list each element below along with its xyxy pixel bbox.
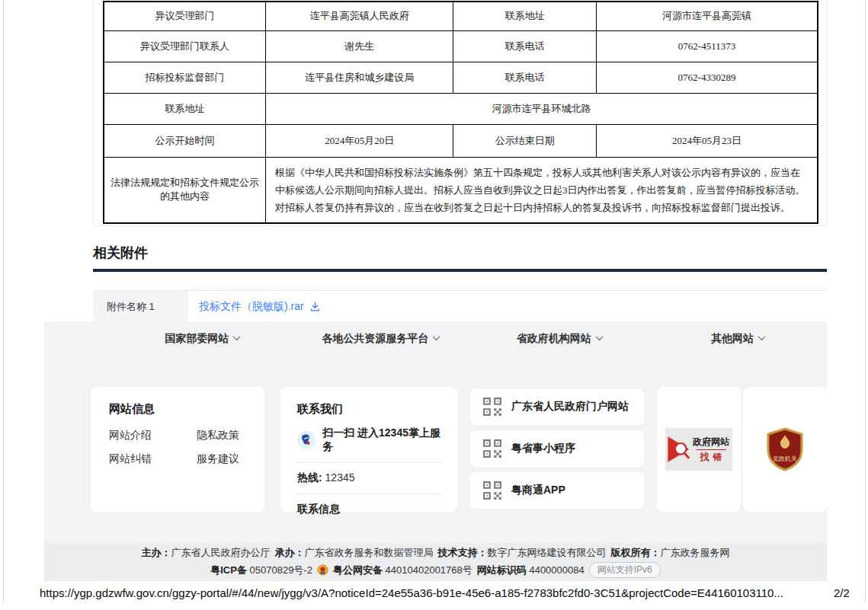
notice-detail-table: 异议受理部门 连平县高莞镇人民政府 联系地址 河源市连平县高莞镇 异议受理部门联… xyxy=(103,1,818,224)
field-value: 0762-4511373 xyxy=(597,30,818,62)
link-service-suggestion[interactable]: 服务建议 xyxy=(197,452,264,466)
table-row: 异议受理部门联系人 谢先生 联系电话 0762-4511373 xyxy=(104,30,818,62)
qr-code-icon xyxy=(482,439,502,458)
contact-card: 联系我们 扫一扫 进入12345掌上服务 热线: 12345 联系信息 xyxy=(280,387,457,512)
notice-table-container: 异议受理部门 连平县高莞镇人民政府 联系地址 河源市连平县高莞镇 异议受理部门联… xyxy=(93,0,827,226)
party-gov-shield-badge[interactable]: 党政机关 xyxy=(743,387,827,512)
field-value: 0762-4330289 xyxy=(597,62,818,93)
table-row: 法律法规规定和招标文件规定公示的其他内容 根据《中华人民共和国招标投标法实施条例… xyxy=(104,157,818,223)
attachment-file-link[interactable]: 投标文件（脱敏版).rar xyxy=(199,300,321,314)
tech-support-label: 技术支持： xyxy=(438,547,488,558)
host-value: 广东省人民政府办公厅 xyxy=(171,547,271,558)
qr-card-label: 粤商通APP xyxy=(511,484,565,497)
table-row: 公示开始时间 2024年05月20日 公示结束日期 2024年05月23日 xyxy=(104,124,818,157)
field-value: 2024年05月20日 xyxy=(266,124,453,157)
find-error-badge-line2: 找错 xyxy=(697,449,726,464)
scan-12345-text: 扫一扫 进入12345掌上服务 xyxy=(322,426,442,454)
link-site-error-report[interactable]: 网站纠错 xyxy=(109,452,197,466)
attachment-name-label: 附件名称 1 xyxy=(93,291,188,322)
field-label: 招标投标监督部门 xyxy=(104,62,266,93)
chevron-down-icon xyxy=(757,333,765,340)
chevron-down-icon xyxy=(233,333,241,340)
find-error-magnifier-icon xyxy=(667,431,691,468)
footer-meta-strip: 主办：广东省人民政府办公厅 承办：广东省政务服务和数据管理局 技术支持：数字广东… xyxy=(44,543,827,581)
page-edge-left xyxy=(3,0,4,602)
field-value: 河源市连平县环城北路 xyxy=(266,93,818,124)
hotline-label: 热线: xyxy=(297,471,322,484)
print-footer-url: https://ygp.gdzwfw.gov.cn/ggzy-portal/#/… xyxy=(40,586,783,599)
field-value: 连平县高莞镇人民政府 xyxy=(266,2,453,30)
contact-info-label[interactable]: 联系信息 xyxy=(297,503,442,516)
link-privacy-policy[interactable]: 隐私政策 xyxy=(197,429,264,442)
12345-app-icon xyxy=(297,430,315,450)
print-footer-page-number: 2/2 xyxy=(834,586,850,599)
attachment-file-name[interactable]: 投标文件（脱敏版).rar xyxy=(199,300,304,314)
qr-code-icon xyxy=(482,481,502,500)
scan-12345-link[interactable]: 扫一扫 进入12345掌上服务 xyxy=(297,426,442,454)
psb-filing-link[interactable]: 粤公网安备 44010402001768号 xyxy=(333,564,472,577)
qr-card-yueshangtong[interactable]: 粤商通APP xyxy=(470,472,644,509)
find-error-badge-line1: 政府网站 xyxy=(693,436,729,449)
field-label: 法律法规规定和招标文件规定公示的其他内容 xyxy=(104,157,266,223)
field-value: 2024年05月23日 xyxy=(597,124,818,157)
copyright-value: 广东政务服务网 xyxy=(661,547,730,558)
field-value: 河源市连平县高莞镇 xyxy=(597,2,818,30)
field-value: 连平县住房和城乡建设局 xyxy=(266,62,453,93)
tech-support-value: 数字广东网络建设有限公司 xyxy=(488,547,607,558)
ipv6-support-pill: 网站支持IPv6 xyxy=(589,562,661,578)
nav-label: 省政府机构网站 xyxy=(517,332,591,346)
qr-card-label: 广东省人民政府门户网站 xyxy=(511,400,629,414)
nav-national-ministries[interactable]: 国家部委网站 xyxy=(113,332,291,346)
nav-public-resource-platforms[interactable]: 各地公共资源服务平台 xyxy=(291,332,469,346)
field-value: 谢先生 xyxy=(266,30,453,62)
nav-label: 国家部委网站 xyxy=(165,332,229,346)
attachment-row: 附件名称 1 投标文件（脱敏版).rar xyxy=(93,290,827,322)
host-label: 主办： xyxy=(142,547,171,558)
hotline-number: 12345 xyxy=(325,471,355,484)
copyright-label: 版权所有： xyxy=(611,547,661,558)
qr-card-gd-gov-portal[interactable]: 广东省人民政府门户网站 xyxy=(470,388,644,425)
nav-other-sites[interactable]: 其他网站 xyxy=(649,332,827,346)
contact-title: 联系我们 xyxy=(297,402,442,417)
site-code: 网站标识码 4400000084 xyxy=(477,564,585,577)
page-edge-right xyxy=(865,0,866,602)
table-row: 联系地址 河源市连平县环城北路 xyxy=(104,93,818,124)
nav-provincial-gov-sites[interactable]: 省政府机构网站 xyxy=(470,332,649,346)
footer-link-nav: 国家部委网站 各地公共资源服务平台 省政府机构网站 其他网站 xyxy=(44,321,827,356)
field-label: 联系地址 xyxy=(104,93,266,124)
field-value-long-text: 根据《中华人民共和国招标投标法实施条例》第五十四条规定，投标人或其他利害关系人对… xyxy=(266,157,818,223)
nav-label: 其他网站 xyxy=(711,332,754,346)
field-label: 联系地址 xyxy=(453,2,597,30)
qr-card-yueshengshi[interactable]: 粤省事小程序 xyxy=(470,430,644,467)
organizer-value: 广东省政务服务和数据管理局 xyxy=(305,547,434,558)
dotted-divider xyxy=(297,462,442,463)
field-label: 公示结束日期 xyxy=(453,124,597,157)
table-row: 招标投标监督部门 连平县住房和城乡建设局 联系电话 0762-4330289 xyxy=(104,62,818,93)
organizer-label: 承办： xyxy=(275,547,305,558)
link-site-intro[interactable]: 网站介绍 xyxy=(109,429,197,442)
site-info-title: 网站信息 xyxy=(109,402,264,417)
shield-icon: 党政机关 xyxy=(765,427,805,471)
nav-label: 各地公共资源服务平台 xyxy=(322,332,428,346)
chevron-down-icon xyxy=(595,333,603,340)
field-label: 联系电话 xyxy=(453,30,597,62)
gov-site-find-error-badge[interactable]: 政府网站 找错 xyxy=(657,387,741,512)
field-label: 公示开始时间 xyxy=(104,124,266,157)
police-badge-icon xyxy=(317,564,328,576)
dotted-divider xyxy=(297,493,442,494)
download-icon[interactable] xyxy=(309,301,321,312)
section-title-rule xyxy=(93,269,827,272)
attachments-section-title: 相关附件 xyxy=(93,244,148,262)
field-label: 异议受理部门 xyxy=(104,2,266,30)
table-row: 异议受理部门 连平县高莞镇人民政府 联系地址 河源市连平县高莞镇 xyxy=(104,2,818,30)
qr-card-label: 粤省事小程序 xyxy=(511,442,575,455)
field-label: 联系电话 xyxy=(453,62,597,93)
field-label: 异议受理部门联系人 xyxy=(104,30,266,62)
site-footer: 国家部委网站 各地公共资源服务平台 省政府机构网站 其他网站 网站信息 网站介绍… xyxy=(44,321,827,581)
qr-code-icon xyxy=(482,397,502,417)
chevron-down-icon xyxy=(433,333,440,340)
site-info-card: 网站信息 网站介绍 隐私政策 网站纠错 服务建议 xyxy=(91,387,264,512)
svg-text:党政机关: 党政机关 xyxy=(773,455,797,462)
icp-filing-link[interactable]: 粤ICP备 05070829号-2 xyxy=(210,564,312,577)
